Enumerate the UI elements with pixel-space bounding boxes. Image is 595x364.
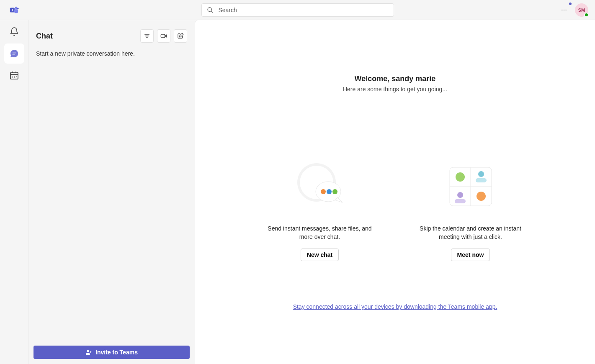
top-bar: T SM (0, 0, 595, 20)
chat-icon (9, 49, 19, 59)
svg-point-8 (566, 9, 567, 10)
svg-point-37 (478, 171, 484, 177)
svg-point-3 (17, 8, 19, 9)
svg-rect-38 (476, 178, 487, 182)
svg-point-41 (477, 192, 486, 201)
rail-item-calendar[interactable] (4, 65, 24, 85)
welcome-content: Welcome, sandy marie Here are some thing… (195, 20, 595, 364)
video-icon (160, 33, 167, 39)
chat-list-pane: Chat Start a new private conversation he… (28, 20, 195, 364)
filter-icon (144, 33, 150, 39)
svg-point-30 (321, 189, 326, 194)
svg-rect-23 (161, 34, 165, 38)
search-icon (207, 7, 214, 13)
svg-text:T: T (11, 8, 13, 12)
bell-icon (9, 27, 19, 37)
compose-icon (177, 33, 184, 39)
svg-point-32 (332, 189, 337, 194)
card-chat-desc: Send instant messages, share files, and … (265, 225, 374, 241)
invite-label: Invite to Teams (95, 349, 138, 356)
app-rail (0, 20, 28, 364)
profile-avatar[interactable]: SM (575, 3, 588, 17)
welcome-card-chat: Send instant messages, share files, and … (265, 155, 374, 261)
svg-point-6 (562, 9, 562, 10)
chat-list-title: Chat (36, 32, 137, 41)
new-chat-action-button[interactable]: New chat (301, 249, 339, 261)
search-input[interactable] (219, 7, 389, 13)
add-people-icon (85, 349, 92, 356)
notification-dot (568, 2, 572, 6)
calendar-icon (9, 70, 19, 80)
svg-point-39 (457, 192, 463, 198)
svg-point-4 (208, 8, 211, 11)
card-meet-desc: Skip the calendar and create an instant … (416, 225, 525, 241)
svg-point-36 (456, 172, 465, 182)
rail-item-chat[interactable] (4, 44, 24, 64)
avatar-initials: SM (578, 8, 585, 13)
meet-now-action-button[interactable]: Meet now (451, 249, 490, 261)
search-box[interactable] (201, 3, 394, 17)
svg-point-7 (564, 9, 564, 10)
mobile-app-link[interactable]: Stay connected across all your devices b… (293, 303, 497, 310)
meet-now-button[interactable] (157, 29, 170, 43)
rail-item-activity[interactable] (4, 22, 24, 42)
svg-rect-40 (455, 199, 466, 203)
welcome-title: Welcome, sandy marie (195, 74, 595, 83)
chat-empty-hint: Start a new private conversation here. (36, 50, 187, 57)
meet-illustration (439, 155, 502, 218)
presence-available-icon (584, 13, 589, 17)
svg-point-25 (87, 350, 89, 352)
welcome-subtitle: Here are some things to get you going... (195, 86, 595, 92)
welcome-card-meet: Skip the calendar and create an instant … (416, 155, 525, 261)
chat-illustration (288, 155, 351, 218)
more-options-button[interactable] (558, 4, 570, 16)
teams-logo-icon: T (9, 5, 19, 15)
svg-line-5 (211, 11, 213, 13)
svg-point-31 (327, 189, 332, 194)
svg-point-2 (15, 6, 18, 9)
filter-button[interactable] (140, 29, 154, 43)
ellipsis-icon (561, 7, 567, 13)
new-chat-button[interactable] (174, 29, 187, 43)
invite-to-teams-button[interactable]: Invite to Teams (33, 346, 190, 359)
